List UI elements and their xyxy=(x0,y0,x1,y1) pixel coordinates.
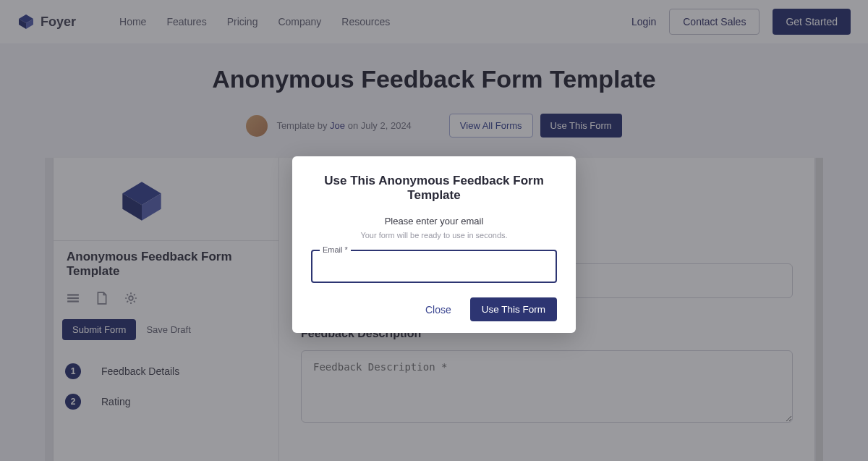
use-this-form-submit-button[interactable]: Use This Form xyxy=(470,297,557,321)
modal-overlay[interactable]: Use This Anonymous Feedback Form Templat… xyxy=(0,0,868,461)
modal-title: Use This Anonymous Feedback Form Templat… xyxy=(311,174,557,203)
use-form-modal: Use This Anonymous Feedback Form Templat… xyxy=(292,156,576,333)
email-label: Email * xyxy=(320,245,351,254)
modal-subtitle: Please enter your email xyxy=(311,216,557,227)
email-input[interactable] xyxy=(321,262,547,274)
email-field-wrap: Email * xyxy=(311,250,557,283)
close-button[interactable]: Close xyxy=(417,298,460,321)
modal-helper-text: Your form will be ready to use in second… xyxy=(311,231,557,240)
modal-actions: Close Use This Form xyxy=(311,297,557,321)
